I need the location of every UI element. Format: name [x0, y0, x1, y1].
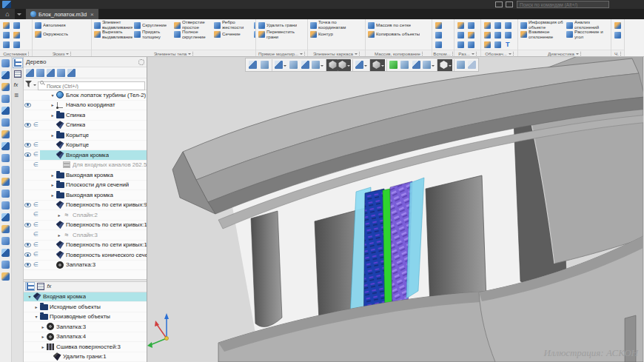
visibility-eye-icon[interactable] — [24, 123, 31, 127]
object-info-button[interactable]: Информация об объекте — [519, 21, 565, 30]
tree-item[interactable]: Поверхность по сети кривых:12 — [24, 221, 147, 231]
walk-icon[interactable] — [287, 59, 299, 71]
expand-caret-icon[interactable]: ▸ — [56, 232, 62, 238]
drawing-icon[interactable] — [1, 83, 10, 91]
exclude-mark-icon[interactable] — [33, 202, 38, 208]
tree-item[interactable]: ▸ Корытце — [24, 130, 147, 141]
home-menu-caret-icon[interactable] — [17, 13, 21, 18]
tree-item[interactable]: ▸ Спинка — [24, 110, 147, 121]
save-as-icon[interactable] — [12, 40, 21, 49]
mark-roughness-icon[interactable] — [493, 21, 503, 30]
dropdown-caret-icon[interactable] — [347, 65, 350, 68]
tree-search-input[interactable] — [38, 81, 145, 90]
tab-close-icon[interactable]: × — [90, 11, 94, 18]
subtree-item[interactable]: ▸ Заплатка:4 — [24, 332, 147, 343]
expand-caret-icon[interactable]: ▸ — [50, 172, 56, 178]
expand-caret-icon[interactable]: ▾ — [50, 93, 56, 98]
subtab-structure[interactable] — [25, 282, 35, 291]
dim-note-icon[interactable] — [466, 40, 476, 49]
expand-caret-icon[interactable]: ▸ — [50, 133, 56, 138]
add-component-icon[interactable] — [1, 166, 10, 174]
gears-icon[interactable] — [1, 130, 10, 138]
expand-caret-icon[interactable]: ▾ — [27, 294, 33, 299]
tree-item[interactable]: ▸ Сплайн:2 — [24, 210, 147, 221]
vane-left-sliver[interactable] — [251, 211, 282, 327]
tree-item[interactable]: Спинка — [24, 121, 147, 131]
tree-filter-caret-icon[interactable] — [33, 84, 36, 87]
visibility-eye-icon[interactable] — [24, 243, 31, 247]
mark-tolerance-icon[interactable] — [503, 21, 513, 30]
tree-item-root[interactable]: ▾ Блок лопаток турбины (Тел-2) — [24, 90, 147, 101]
visibility-eye-icon[interactable] — [24, 143, 31, 147]
mark-datum-icon[interactable] — [483, 30, 492, 39]
dropdown-caret-icon[interactable] — [284, 65, 286, 68]
subtree-item-root[interactable]: ▾ Входная кромка — [24, 292, 147, 303]
assoc-views-icon[interactable] — [258, 59, 270, 71]
3d-scene[interactable] — [147, 57, 643, 362]
exclude-mark-icon[interactable] — [33, 162, 38, 168]
dropdown-caret-icon[interactable] — [321, 65, 323, 68]
print-icon[interactable] — [12, 30, 21, 39]
exclude-mark-icon[interactable] — [33, 142, 38, 148]
measure-view-icon[interactable] — [410, 59, 422, 71]
dropdown-caret-icon[interactable] — [432, 65, 435, 68]
dim-linear-icon[interactable] — [456, 21, 466, 30]
screenshot-icon[interactable] — [506, 1, 513, 7]
visibility-eye-icon[interactable] — [24, 152, 31, 157]
exclude-mark-icon[interactable] — [33, 262, 38, 268]
thicken-button[interactable]: Придать толщину — [133, 30, 172, 40]
configure-icon[interactable] — [1, 261, 10, 269]
dropdown-caret-icon[interactable] — [449, 65, 452, 68]
tree-item[interactable]: Поверхность конического сечения:1 — [24, 250, 147, 261]
tree-layers-icon[interactable] — [67, 69, 76, 77]
visibility-eye-icon[interactable] — [24, 203, 31, 207]
tab-parameters[interactable] — [13, 69, 23, 79]
fillet-button[interactable]: Скругление — [133, 21, 172, 30]
interface-layout-icon[interactable] — [495, 1, 503, 7]
tree-item[interactable]: ▸ Плоскости для сечений — [24, 181, 147, 191]
assembly-icon[interactable] — [1, 71, 10, 79]
subtab-list[interactable] — [36, 282, 45, 291]
globe-icon[interactable] — [1, 142, 10, 150]
expand-caret-icon[interactable]: ▸ — [33, 304, 39, 309]
expand-caret-icon[interactable]: ▸ — [40, 324, 46, 329]
rib-button[interactable]: Ребро жесткости — [212, 21, 252, 30]
trim-icon[interactable] — [1, 201, 10, 210]
chart-icon[interactable] — [1, 225, 10, 233]
clamp-icon[interactable] — [1, 154, 10, 162]
hierarchy-icon[interactable] — [1, 178, 10, 186]
tree-item[interactable]: Для входных каналов 262.5 — [24, 161, 147, 171]
section-button[interactable]: Сечение — [212, 30, 252, 40]
subtree-item[interactable]: ▸ Сшивка поверхностей:3 — [24, 342, 147, 352]
tree-item[interactable]: ▸ Выходная кромка — [24, 190, 147, 201]
exclude-mark-icon[interactable] — [33, 222, 38, 228]
properties-icon[interactable] — [454, 59, 466, 71]
expand-caret-icon[interactable]: ▸ — [40, 344, 46, 349]
mark-base-icon[interactable] — [483, 21, 492, 30]
visibility-eye-icon[interactable] — [24, 252, 31, 257]
text-icon[interactable] — [503, 40, 513, 49]
tree-item[interactable]: Поверхность по сети кривых:9 — [24, 201, 147, 211]
layers-icon[interactable] — [1, 237, 10, 245]
tree-relations-icon[interactable] — [47, 69, 55, 77]
open-document-icon[interactable] — [12, 21, 21, 30]
expand-caret-icon[interactable]: ▸ — [50, 182, 56, 187]
drawing-tool-icon[interactable] — [613, 21, 623, 30]
filter-icon[interactable] — [437, 59, 452, 71]
panel-settings-gear-icon[interactable] — [138, 59, 144, 65]
drawing-view-icon[interactable] — [246, 59, 258, 71]
new-document-icon[interactable] — [1, 21, 11, 30]
tree-item[interactable]: ▸ Выходная кромка — [24, 170, 147, 181]
visibility-eye-icon[interactable] — [24, 263, 31, 267]
exclude-mark-icon[interactable] — [33, 232, 38, 238]
subtab-fx[interactable] — [46, 282, 56, 291]
dropdown-caret-icon[interactable] — [381, 65, 384, 68]
image-quality-icon[interactable] — [369, 59, 385, 71]
dropdown-caret-icon[interactable] — [364, 65, 367, 68]
extrude-button[interactable]: Элемент выдавливания — [93, 21, 133, 30]
expand-caret-icon[interactable]: ▸ — [50, 113, 56, 118]
exclude-mark-icon[interactable] — [33, 152, 38, 158]
deviation-analysis-button[interactable]: Анализ отклонений — [565, 21, 611, 30]
expand-caret-icon[interactable]: ▸ — [50, 102, 56, 107]
orientation-icon[interactable] — [311, 59, 324, 71]
